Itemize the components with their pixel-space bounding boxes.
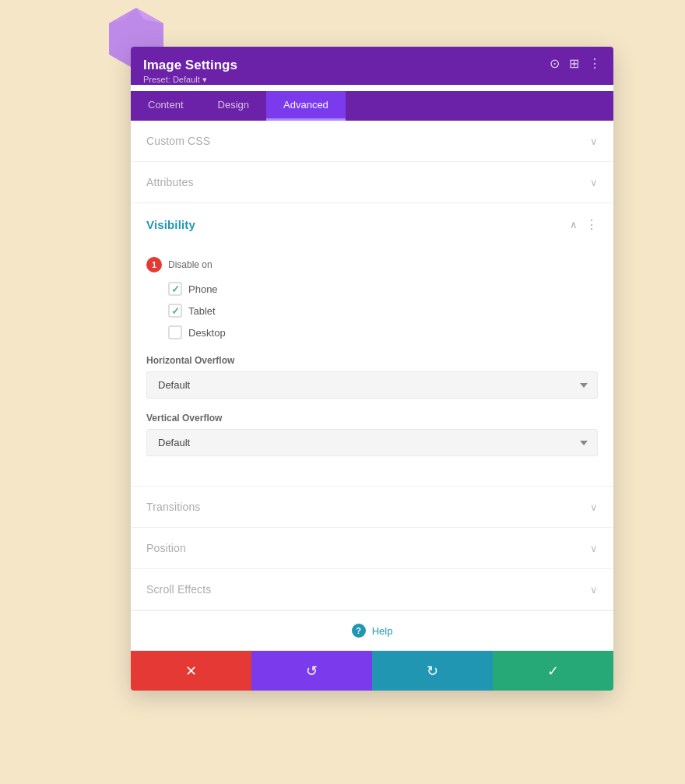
cancel-button[interactable]: ✕ — [131, 651, 251, 691]
vertical-overflow-select[interactable]: Default Hidden Scroll Auto Visible — [146, 429, 598, 456]
checkbox-phone[interactable]: ✓ Phone — [168, 282, 598, 296]
horizontal-overflow-label: Horizontal Overflow — [146, 355, 598, 366]
header-icons: ⊙ ⊞ ⋮ — [550, 58, 601, 70]
attributes-chevron: ∨ — [590, 177, 598, 188]
position-label: Position — [146, 542, 186, 554]
section-attributes[interactable]: Attributes ∨ — [131, 162, 613, 203]
vertical-overflow-label: Vertical Overflow — [146, 413, 598, 424]
section-transitions[interactable]: Transitions ∨ — [131, 487, 613, 528]
badge-number: 1 — [146, 257, 162, 272]
section-custom-css[interactable]: Custom CSS ∨ — [131, 121, 613, 162]
disable-on-row: 1 Disable on — [146, 257, 598, 272]
tab-advanced[interactable]: Advanced — [266, 91, 346, 121]
phone-checkmark: ✓ — [171, 283, 180, 295]
redo-button[interactable]: ↻ — [372, 651, 493, 691]
tablet-label: Tablet — [188, 305, 216, 317]
tablet-checkmark: ✓ — [171, 305, 180, 317]
image-settings-panel: Image Settings Preset: Default ▾ ⊙ ⊞ ⋮ C… — [131, 47, 613, 691]
phone-checkbox-box[interactable]: ✓ — [168, 282, 182, 296]
header-title-block: Image Settings Preset: Default ▾ — [143, 58, 237, 85]
help-icon: ? — [352, 624, 366, 638]
horizontal-overflow-group: Horizontal Overflow Default Hidden Scrol… — [146, 355, 598, 399]
scroll-effects-chevron: ∨ — [590, 584, 598, 596]
scroll-effects-label: Scroll Effects — [146, 583, 211, 596]
tablet-checkbox-box[interactable]: ✓ — [168, 304, 182, 318]
target-icon[interactable]: ⊙ — [550, 58, 560, 70]
section-position[interactable]: Position ∨ — [131, 528, 613, 569]
undo-button[interactable]: ↺ — [251, 651, 372, 691]
header-top: Image Settings Preset: Default ▾ ⊙ ⊞ ⋮ — [143, 58, 601, 85]
disable-on-label: Disable on — [168, 259, 213, 270]
help-link[interactable]: Help — [372, 625, 393, 637]
phone-label: Phone — [188, 283, 218, 295]
tab-design[interactable]: Design — [201, 91, 266, 121]
vertical-overflow-group: Vertical Overflow Default Hidden Scroll … — [146, 413, 598, 456]
panel-header: Image Settings Preset: Default ▾ ⊙ ⊞ ⋮ — [131, 47, 613, 85]
section-scroll-effects[interactable]: Scroll Effects ∨ — [131, 569, 613, 610]
action-bar: ✕ ↺ ↻ ✓ — [131, 650, 613, 691]
custom-css-label: Custom CSS — [146, 135, 210, 147]
section-visibility: Visibility ∧ ⋮ 1 Disable on ✓ — [131, 203, 613, 486]
save-button[interactable]: ✓ — [493, 651, 613, 691]
panel-title: Image Settings — [143, 58, 237, 73]
visibility-label: Visibility — [146, 218, 195, 231]
help-bar: ? Help — [131, 610, 613, 650]
visibility-header[interactable]: Visibility ∧ ⋮ — [131, 203, 613, 246]
horizontal-overflow-select[interactable]: Default Hidden Scroll Auto Visible — [146, 371, 598, 399]
desktop-label: Desktop — [188, 327, 226, 339]
position-chevron: ∨ — [590, 543, 598, 554]
panel-body: Custom CSS ∨ Attributes ∨ Visibility ∧ ⋮… — [131, 121, 613, 650]
custom-css-chevron: ∨ — [590, 135, 598, 147]
tab-content[interactable]: Content — [131, 91, 201, 121]
desktop-checkbox-box[interactable] — [168, 325, 182, 339]
checkbox-tablet[interactable]: ✓ Tablet — [168, 304, 598, 318]
transitions-label: Transitions — [146, 501, 201, 513]
attributes-label: Attributes — [146, 176, 194, 188]
visibility-actions: ∧ ⋮ — [570, 217, 598, 232]
grid-icon[interactable]: ⊞ — [569, 58, 579, 70]
visibility-kebab[interactable]: ⋮ — [585, 217, 598, 232]
visibility-chevron-up[interactable]: ∧ — [570, 219, 578, 230]
panel-preset[interactable]: Preset: Default ▾ — [143, 75, 237, 85]
tabs-bar: Content Design Advanced — [131, 91, 613, 121]
checkbox-desktop[interactable]: Desktop — [168, 325, 598, 339]
visibility-content: 1 Disable on ✓ Phone ✓ — [131, 246, 613, 486]
transitions-chevron: ∨ — [590, 501, 598, 513]
disable-on-checkboxes: ✓ Phone ✓ Tablet Desktop — [168, 282, 598, 339]
more-icon[interactable]: ⋮ — [588, 58, 601, 70]
